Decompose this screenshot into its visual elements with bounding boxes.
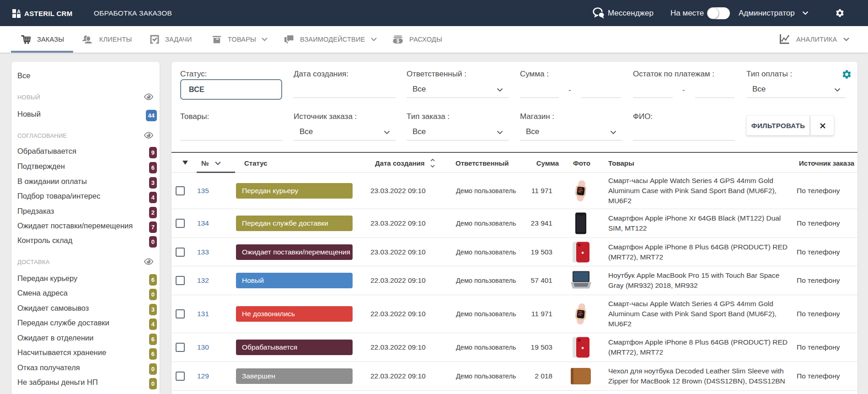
svg-text:$: $ — [396, 38, 400, 43]
svg-text:A: A — [17, 9, 21, 14]
